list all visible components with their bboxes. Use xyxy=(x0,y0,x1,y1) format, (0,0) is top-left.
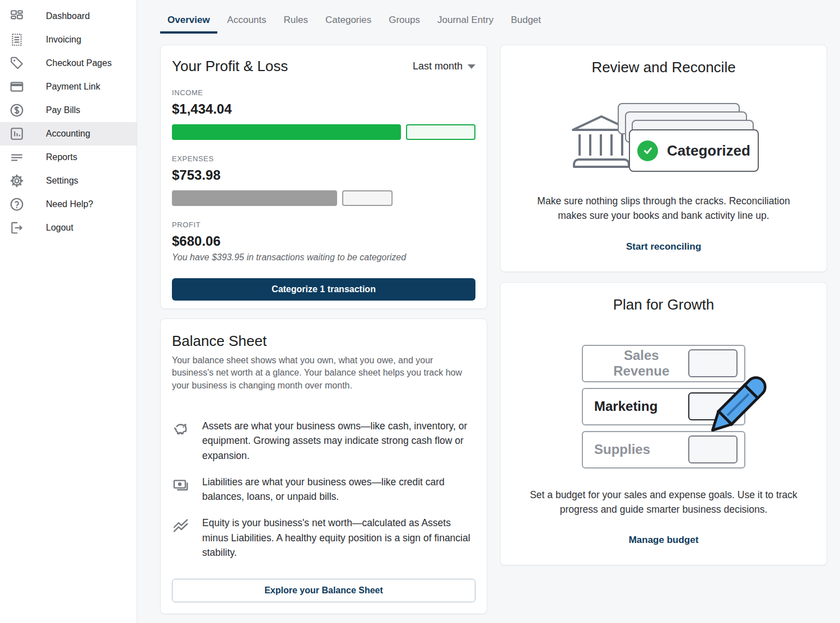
budget-row-marketing: Marketing xyxy=(582,388,745,425)
budget-input-box xyxy=(688,392,738,420)
budget-row-label: Supplies xyxy=(594,442,650,457)
sidebar-item-label: Checkout Pages xyxy=(46,58,111,68)
gear-icon xyxy=(9,173,25,189)
uncategorized-note: You have $393.95 in transactions waiting… xyxy=(172,252,475,263)
expenses-value: $753.98 xyxy=(172,167,475,183)
tab-bar: Overview Accounts Rules Categories Group… xyxy=(160,10,827,34)
budget-row-label: Marketing xyxy=(594,399,657,414)
balance-sheet-description: Your balance sheet shows what you own, w… xyxy=(172,354,463,392)
logout-icon xyxy=(9,220,25,236)
main-content: Overview Accounts Rules Categories Group… xyxy=(137,0,840,623)
income-bar xyxy=(172,124,475,140)
sidebar-item-reports[interactable]: Reports xyxy=(0,146,137,169)
tab-rules[interactable]: Rules xyxy=(277,10,315,34)
balance-sheet-item-text: Equity is your business's net worth—calc… xyxy=(202,516,475,560)
sidebar-item-label: Invoicing xyxy=(46,35,81,45)
sidebar-item-label: Need Help? xyxy=(46,199,94,209)
reconcile-illustration: Categorized xyxy=(568,103,759,176)
trend-lines-icon xyxy=(172,516,192,560)
balance-sheet-item-text: Liabilities are what your business owes—… xyxy=(202,475,475,504)
period-dropdown[interactable]: Last month xyxy=(413,60,475,72)
expenses-bar xyxy=(172,190,475,206)
review-reconcile-description: Make sure nothing slips through the crac… xyxy=(524,194,803,223)
budget-row-label: Sales Revenue xyxy=(594,348,688,379)
chevron-down-icon xyxy=(468,64,475,69)
sidebar-item-label: Reports xyxy=(46,152,77,162)
period-label: Last month xyxy=(413,60,463,72)
piggy-bank-icon xyxy=(172,419,192,463)
sidebar-item-label: Logout xyxy=(46,223,73,233)
review-reconcile-title: Review and Reconcile xyxy=(524,59,803,76)
manage-budget-link[interactable]: Manage budget xyxy=(629,535,699,546)
budget-illustration: Sales Revenue Marketing Supplies xyxy=(582,345,745,469)
budget-row-sales-revenue: Sales Revenue xyxy=(582,345,745,382)
sidebar: Dashboard Invoicing Checkout Pages Payme… xyxy=(0,0,137,623)
tag-icon xyxy=(9,55,25,71)
balance-sheet-item-text: Assets are what your business owns—like … xyxy=(202,419,475,463)
budget-input-box xyxy=(688,349,738,377)
dashboard-icon xyxy=(9,8,25,24)
income-label: INCOME xyxy=(172,88,475,97)
bar-chart-icon xyxy=(9,126,25,142)
sidebar-item-label: Settings xyxy=(46,176,78,186)
sidebar-item-label: Pay Bills xyxy=(46,105,80,115)
categorize-transaction-button[interactable]: Categorize 1 transaction xyxy=(172,278,475,301)
categorized-badge: Categorized xyxy=(629,129,759,172)
sidebar-item-label: Accounting xyxy=(46,129,90,139)
sidebar-item-settings[interactable]: Settings xyxy=(0,169,137,193)
invoice-icon xyxy=(9,32,25,48)
income-bar-uncategorized xyxy=(406,124,475,140)
tab-accounts[interactable]: Accounts xyxy=(220,10,274,34)
budget-input-box xyxy=(688,435,738,463)
sidebar-item-invoicing[interactable]: Invoicing xyxy=(0,28,137,51)
sidebar-item-payment-link[interactable]: Payment Link xyxy=(0,75,137,99)
tab-budget[interactable]: Budget xyxy=(503,10,548,34)
income-bar-categorized xyxy=(172,124,401,140)
sidebar-item-accounting[interactable]: Accounting xyxy=(0,122,137,146)
plan-growth-card: Plan for Growth Sales Revenue Marketing … xyxy=(500,282,827,566)
sidebar-item-logout[interactable]: Logout xyxy=(0,216,137,240)
help-icon xyxy=(9,196,25,212)
profit-label: PROFIT xyxy=(172,221,475,229)
lines-icon xyxy=(9,149,25,165)
card-icon xyxy=(9,79,25,95)
tab-journal-entry[interactable]: Journal Entry xyxy=(430,10,501,34)
plan-growth-description: Set a budget for your sales and expense … xyxy=(524,488,803,517)
categorized-badge-label: Categorized xyxy=(667,142,750,160)
balance-sheet-card: Balance Sheet Your balance sheet shows w… xyxy=(160,318,487,614)
profit-loss-title: Your Profit & Loss xyxy=(172,58,288,75)
balance-sheet-item-assets: Assets are what your business owns—like … xyxy=(172,419,475,463)
profit-loss-card: Your Profit & Loss Last month INCOME $1,… xyxy=(160,45,487,309)
profit-value: $680.06 xyxy=(172,233,475,249)
balance-sheet-title: Balance Sheet xyxy=(172,332,475,350)
tab-categories[interactable]: Categories xyxy=(318,10,379,34)
review-reconcile-card: Review and Reconcile xyxy=(500,45,827,272)
sidebar-item-label: Dashboard xyxy=(46,11,90,21)
balance-sheet-item-liabilities: Liabilities are what your business owes—… xyxy=(172,475,475,504)
sidebar-item-label: Payment Link xyxy=(46,82,100,92)
income-value: $1,434.04 xyxy=(172,101,475,117)
budget-row-supplies: Supplies xyxy=(582,431,745,469)
check-icon xyxy=(637,140,658,161)
banknote-icon xyxy=(172,475,192,504)
expenses-bar-uncategorized xyxy=(342,190,393,206)
balance-sheet-item-equity: Equity is your business's net worth—calc… xyxy=(172,516,475,560)
sidebar-item-need-help[interactable]: Need Help? xyxy=(0,193,137,216)
explore-balance-sheet-button[interactable]: Explore your Balance Sheet xyxy=(172,579,475,602)
tab-groups[interactable]: Groups xyxy=(381,10,427,34)
sidebar-item-checkout-pages[interactable]: Checkout Pages xyxy=(0,51,137,75)
expenses-label: EXPENSES xyxy=(172,154,475,163)
tab-overview[interactable]: Overview xyxy=(160,10,217,34)
expenses-bar-categorized xyxy=(172,190,337,206)
plan-growth-title: Plan for Growth xyxy=(524,296,803,313)
dollar-circle-icon xyxy=(9,102,25,118)
start-reconciling-link[interactable]: Start reconciling xyxy=(626,241,701,252)
sidebar-item-dashboard[interactable]: Dashboard xyxy=(0,4,137,28)
sidebar-item-pay-bills[interactable]: Pay Bills xyxy=(0,99,137,122)
